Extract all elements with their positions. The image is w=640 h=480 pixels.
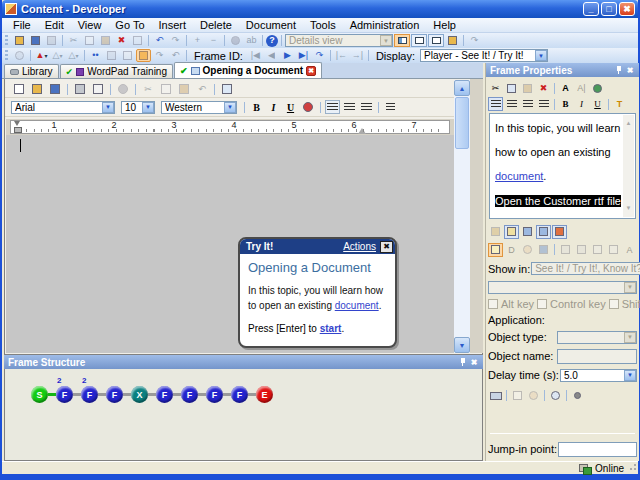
font-icon[interactable]: A: [558, 81, 573, 95]
tryit-close-icon[interactable]: ✖: [380, 241, 393, 253]
underline-icon[interactable]: U: [590, 97, 605, 111]
fill-color-icon[interactable]: [536, 243, 551, 257]
pointer-icon[interactable]: [526, 389, 541, 403]
align-right-icon[interactable]: [520, 97, 535, 111]
folder-view-icon[interactable]: [445, 34, 460, 47]
menu-edit[interactable]: Edit: [38, 18, 71, 33]
paste-format-icon[interactable]: [574, 243, 589, 257]
link-icon[interactable]: [12, 49, 27, 62]
frame-node-f-2[interactable]: F: [81, 386, 98, 403]
jump-in-point-field[interactable]: [558, 442, 637, 457]
pin-icon[interactable]: [612, 65, 624, 76]
refresh-icon[interactable]: ↷: [467, 34, 482, 47]
view-split-horizontal-button[interactable]: [411, 34, 427, 47]
cut-icon[interactable]: ✂: [488, 81, 503, 95]
menu-view[interactable]: View: [71, 18, 109, 33]
redirect-icon[interactable]: ↷: [152, 49, 167, 62]
panel-close-icon[interactable]: ✖: [468, 357, 480, 368]
frame-node-f-7[interactable]: F: [206, 386, 223, 403]
next-link-icon[interactable]: →|: [350, 49, 365, 62]
panel-close-icon[interactable]: ✖: [624, 65, 636, 76]
maximize-button[interactable]: □: [601, 2, 617, 16]
paste-icon[interactable]: [98, 34, 113, 47]
italic-icon[interactable]: I: [574, 97, 589, 111]
frame-node-f-8[interactable]: F: [231, 386, 248, 403]
previous-frame-icon[interactable]: ◀: [264, 49, 279, 62]
cut-icon[interactable]: ✂: [66, 34, 81, 47]
menu-delete[interactable]: Delete: [193, 18, 239, 33]
align-justify-icon[interactable]: [536, 97, 551, 111]
spellcheck-icon[interactable]: ab: [244, 34, 259, 47]
preview-icon[interactable]: [104, 49, 119, 62]
save-icon[interactable]: [28, 34, 43, 47]
next-frame-icon[interactable]: ▶: [280, 49, 295, 62]
first-frame-icon[interactable]: |◀: [248, 49, 263, 62]
expand-icon[interactable]: +: [190, 34, 205, 47]
last-frame-icon[interactable]: ▶|: [296, 49, 311, 62]
redo-icon[interactable]: ↷: [168, 34, 183, 47]
hand-icon[interactable]: [520, 243, 535, 257]
record-topic-icon[interactable]: ••: [88, 49, 103, 62]
document-link[interactable]: document: [335, 300, 379, 311]
resize-grip[interactable]: [628, 464, 636, 472]
doc-add-icon[interactable]: [606, 243, 621, 257]
toolbar-grip[interactable]: [5, 35, 8, 46]
menu-document[interactable]: Document: [239, 18, 303, 33]
details-view-combobox[interactable]: Details view ▼: [285, 34, 393, 47]
frame-node-e-9[interactable]: E: [256, 386, 273, 403]
find-icon[interactable]: [228, 34, 243, 47]
toolbar-grip-2[interactable]: [5, 50, 8, 61]
chevron-down-icon[interactable]: ▼: [535, 50, 547, 61]
action-icon[interactable]: [488, 225, 503, 239]
recapture-icon[interactable]: [548, 389, 563, 403]
pin-icon[interactable]: [456, 357, 468, 368]
collapse-icon[interactable]: −: [206, 34, 221, 47]
id-icon[interactable]: D: [504, 243, 519, 257]
editor-vertical-scrollbar[interactable]: ▲ ▼: [454, 80, 470, 353]
prev-link-icon[interactable]: |←: [334, 49, 349, 62]
object-type-combobox[interactable]: ▼: [557, 331, 637, 344]
delete-icon[interactable]: ✖: [114, 34, 129, 47]
view-details-button[interactable]: [394, 34, 410, 47]
align-left-icon[interactable]: [488, 97, 503, 111]
frame-node-f-1[interactable]: F: [56, 386, 73, 403]
template-text-icon[interactable]: T: [612, 97, 627, 111]
open-icon[interactable]: [12, 34, 27, 47]
frame-node-x-4[interactable]: X: [131, 386, 148, 403]
screen-bubble-icon[interactable]: [536, 225, 551, 239]
minimize-button[interactable]: _: [583, 2, 599, 16]
keyboard-icon[interactable]: [488, 389, 503, 403]
selection-rect-icon[interactable]: [510, 389, 525, 403]
align-center-icon[interactable]: [504, 97, 519, 111]
print-icon[interactable]: [44, 34, 59, 47]
go-to-frame-icon[interactable]: ↷: [312, 49, 327, 62]
spell-globe-icon[interactable]: [590, 81, 605, 95]
tab-close-icon[interactable]: ✖: [306, 66, 316, 76]
sound-key-icon[interactable]: [570, 389, 585, 403]
document-link[interactable]: document: [495, 170, 543, 182]
close-button[interactable]: ✖: [619, 2, 635, 16]
undo-icon[interactable]: ↶: [152, 34, 167, 47]
scroll-up-icon[interactable]: ▲: [454, 80, 470, 96]
tryit-actions-link[interactable]: Actions: [343, 241, 376, 252]
new-section-icon[interactable]: △▾: [66, 49, 81, 62]
doc-icon[interactable]: [590, 243, 605, 257]
menu-administration[interactable]: Administration: [343, 18, 427, 33]
delay-time-combobox[interactable]: 5.0 ▼: [560, 369, 637, 382]
delete-text-icon[interactable]: ✖: [536, 81, 551, 95]
alt-key-checkbox[interactable]: [488, 299, 498, 309]
copy-icon[interactable]: [82, 34, 97, 47]
scrollbar-thumb[interactable]: [455, 97, 469, 149]
jump-in-icon[interactable]: [552, 225, 567, 239]
text-scrollbar[interactable]: ▲▼: [623, 115, 634, 217]
display-combobox[interactable]: Player - See It! / Try It! ▼: [420, 49, 548, 62]
new-module-icon[interactable]: △▾: [50, 49, 65, 62]
frame-node-f-5[interactable]: F: [156, 386, 173, 403]
start-link[interactable]: start: [320, 323, 342, 334]
tryit-title-bar[interactable]: Try It! Actions ✖: [240, 239, 395, 254]
insert-missing-icon[interactable]: ↶: [168, 49, 183, 62]
action-combobox[interactable]: ▼: [488, 281, 637, 294]
view-split-vertical-button[interactable]: [428, 34, 444, 47]
menu-goto[interactable]: Go To: [108, 18, 151, 33]
chevron-down-icon[interactable]: ▼: [380, 35, 392, 46]
